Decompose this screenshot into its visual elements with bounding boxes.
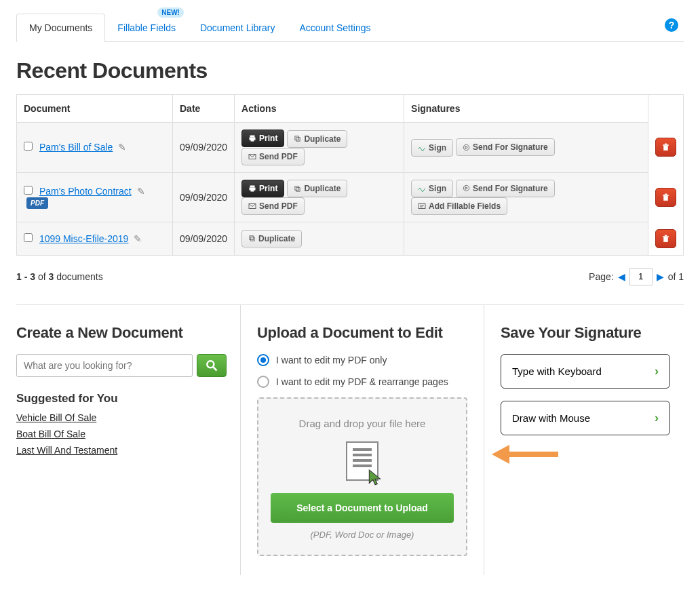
create-heading: Create a New Document — [16, 324, 227, 342]
delete-button[interactable] — [655, 229, 676, 248]
svg-rect-17 — [419, 204, 425, 209]
search-input[interactable] — [16, 354, 193, 377]
duplicate-button[interactable]: Duplicate — [287, 180, 347, 197]
duplicate-button[interactable]: Duplicate — [287, 130, 347, 148]
trash-icon — [661, 193, 670, 202]
pencil-icon[interactable]: ✎ — [118, 142, 126, 153]
of-pages: of 1 — [668, 271, 684, 282]
svg-point-6 — [463, 144, 469, 150]
tab-account-settings[interactable]: Account Settings — [287, 14, 383, 41]
svg-rect-10 — [250, 185, 255, 187]
send-icon — [463, 144, 470, 151]
arrow-callout-icon — [490, 441, 558, 468]
tab-document-library[interactable]: Document Library — [188, 14, 288, 41]
svg-rect-27 — [665, 235, 667, 236]
svg-rect-25 — [663, 237, 668, 241]
next-page-icon[interactable]: ▶ — [657, 271, 664, 282]
send-pdf-button[interactable]: Send PDF — [241, 197, 305, 215]
radio-icon — [257, 376, 269, 388]
svg-rect-22 — [665, 193, 667, 195]
page-input[interactable] — [629, 268, 653, 285]
svg-rect-12 — [251, 189, 254, 191]
create-document-section: Create a New Document Suggested for You … — [16, 305, 240, 575]
document-link[interactable]: 1099 Misc-Efile-2019 — [39, 233, 129, 244]
upload-button[interactable]: Select a Document to Upload — [271, 493, 454, 523]
print-icon — [248, 184, 256, 193]
delete-button[interactable] — [655, 188, 676, 207]
mail-icon — [248, 203, 256, 210]
sign-button[interactable]: Sign — [411, 139, 453, 157]
search-icon — [205, 359, 218, 372]
page-label: Page: — [589, 271, 614, 282]
sign-button[interactable]: Sign — [411, 180, 453, 197]
help-icon[interactable]: ? — [665, 18, 678, 32]
search-button[interactable] — [197, 354, 227, 377]
radio-label: I want to edit my PDF & rearrange pages — [276, 376, 448, 387]
tab-my-documents[interactable]: My Documents — [16, 14, 105, 42]
row-checkbox[interactable] — [24, 142, 33, 151]
signature-heading: Save Your Signature — [501, 324, 670, 342]
draw-mouse-button[interactable]: Draw with Mouse › — [501, 401, 670, 435]
svg-rect-13 — [296, 187, 300, 191]
trash-icon — [661, 234, 670, 243]
radio-label: I want to edit my PDF only — [276, 355, 387, 365]
tab-label: Fillable Fields — [117, 22, 176, 33]
svg-rect-21 — [663, 195, 669, 196]
page-title: Recent Documents — [16, 58, 684, 83]
svg-rect-8 — [663, 144, 669, 146]
tab-fillable-fields[interactable]: Fillable Fields NEW! — [105, 14, 188, 41]
form-icon — [418, 203, 426, 210]
row-checkbox[interactable] — [24, 186, 33, 195]
suggested-heading: Suggested for You — [16, 392, 227, 405]
th-document: Document — [17, 95, 173, 123]
th-actions: Actions — [235, 95, 404, 123]
document-link[interactable]: Pam's Photo Contract — [39, 186, 132, 197]
send-for-signature-button[interactable]: Send For Signature — [456, 180, 555, 197]
duplicate-icon — [248, 235, 256, 242]
document-link[interactable]: Pam's Bill of Sale — [39, 142, 113, 153]
duplicate-icon — [294, 135, 301, 142]
send-pdf-button[interactable]: Send PDF — [241, 148, 305, 165]
svg-line-29 — [214, 367, 217, 370]
svg-rect-24 — [250, 236, 254, 240]
date-cell: 09/09/2020 — [173, 123, 235, 173]
svg-rect-9 — [665, 144, 667, 145]
print-button[interactable]: Print — [241, 130, 284, 147]
table-row: 1099 Misc-Efile-2019 ✎09/09/2020Duplicat… — [17, 222, 684, 256]
radio-edit-only[interactable]: I want to edit my PDF only — [257, 354, 467, 366]
suggestion-link[interactable]: Boat Bill Of Sale — [16, 429, 227, 439]
radio-edit-rearrange[interactable]: I want to edit my PDF & rearrange pages — [257, 376, 467, 388]
pencil-icon[interactable]: ✎ — [134, 233, 142, 244]
pager: Page: ◀ ▶ of 1 — [589, 268, 684, 285]
button-label: Draw with Mouse — [512, 412, 655, 424]
delete-button[interactable] — [655, 138, 676, 157]
table-row: Pam's Photo Contract ✎ PDF09/09/2020Prin… — [17, 172, 684, 222]
document-icon — [346, 441, 378, 481]
signature-section: Save Your Signature Type with Keyboard ›… — [484, 305, 684, 575]
cursor-icon — [366, 469, 384, 486]
pagination-row: 1 - 3 of 3 documents Page: ◀ ▶ of 1 — [16, 268, 684, 285]
suggestion-link[interactable]: Vehicle Bill Of Sale — [16, 412, 227, 423]
date-cell: 09/09/2020 — [173, 222, 235, 256]
svg-rect-3 — [296, 138, 300, 142]
type-keyboard-button[interactable]: Type with Keyboard › — [501, 354, 670, 389]
svg-rect-26 — [663, 236, 669, 237]
print-icon — [248, 134, 256, 142]
duplicate-icon — [294, 185, 301, 193]
print-button[interactable]: Print — [241, 180, 284, 197]
svg-rect-23 — [251, 237, 255, 241]
svg-rect-4 — [295, 136, 299, 140]
signature-icon — [418, 144, 426, 151]
row-checkbox[interactable] — [24, 233, 33, 242]
send-for-signature-button[interactable]: Send For Signature — [456, 138, 555, 156]
dropzone[interactable]: Drag and drop your file here Select a Do… — [257, 397, 467, 556]
pencil-icon[interactable]: ✎ — [137, 186, 145, 197]
tab-bar: My Documents Fillable Fields NEW! Docume… — [16, 14, 684, 42]
table-row: Pam's Bill of Sale ✎09/09/2020PrintDupli… — [17, 123, 684, 173]
add-fillable-button[interactable]: Add Fillable Fields — [411, 197, 507, 215]
duplicate-button[interactable]: Duplicate — [241, 230, 302, 248]
suggestion-link[interactable]: Last Will And Testament — [16, 445, 227, 456]
prev-page-icon[interactable]: ◀ — [618, 271, 625, 282]
pdf-badge: PDF — [26, 197, 48, 209]
chevron-right-icon: › — [655, 411, 659, 425]
